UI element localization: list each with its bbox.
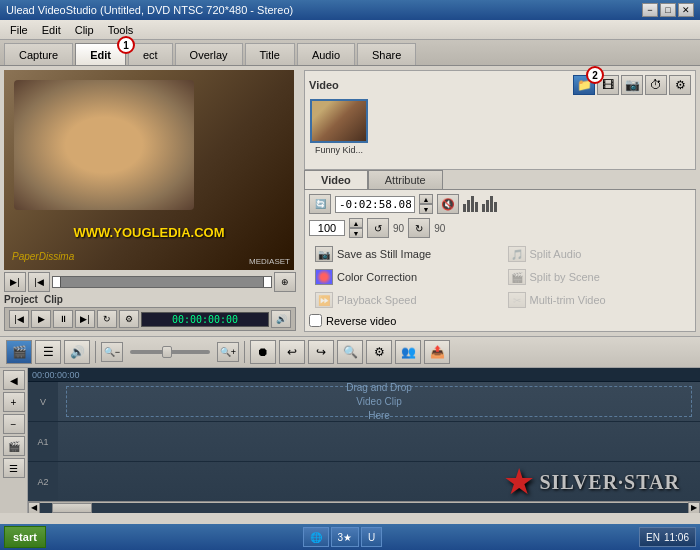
bar-seg-5 <box>482 204 485 212</box>
tool-btn-record[interactable]: ⏺ <box>250 340 276 364</box>
lib-icon-camera[interactable]: 📷 <box>621 75 643 95</box>
timeline-area: 00:00:00:00 V A1 A2 Drag and DropVideo C… <box>28 368 700 513</box>
lib-icon-settings[interactable]: ⚙ <box>669 75 691 95</box>
options-panel: Video Attribute 🔄 ▲ ▼ 🔇 <box>304 170 696 332</box>
menu-file[interactable]: File <box>4 22 34 38</box>
tool-btn-settings[interactable]: ⚙ <box>366 340 392 364</box>
side-btn-3[interactable]: − <box>3 414 25 434</box>
vol-spin-down[interactable]: ▼ <box>349 228 363 238</box>
scroll-left-btn[interactable]: ◀ <box>28 502 40 514</box>
bar-seg-3 <box>471 196 474 212</box>
pause-btn[interactable]: ⏸ <box>53 310 73 328</box>
trim-end-btn[interactable]: |◀ <box>28 272 50 292</box>
zoom-in-timeline-btn[interactable]: 🔍+ <box>217 342 239 362</box>
split-scene-btn[interactable]: 🎬 Split by Scene <box>502 267 692 287</box>
menu-edit[interactable]: Edit <box>36 22 67 38</box>
thumb-image-inner <box>312 101 366 141</box>
tab-title[interactable]: Title <box>245 43 295 65</box>
sys-tray: EN 11:06 <box>639 527 696 547</box>
clip-labels: Project Clip <box>4 292 296 307</box>
tab-edit[interactable]: Edit 1 <box>75 43 126 65</box>
options-content: 🔄 ▲ ▼ 🔇 <box>304 190 696 332</box>
trim-start-btn[interactable]: ▶| <box>4 272 26 292</box>
horizontal-scrollbar[interactable]: ◀ ▶ <box>28 501 700 513</box>
tab-capture[interactable]: Capture <box>4 43 73 65</box>
next-frame-btn[interactable]: ▶| <box>75 310 95 328</box>
system-btn[interactable]: ⚙ <box>119 310 139 328</box>
volume-btn[interactable]: 🔊 <box>271 310 291 328</box>
start-button[interactable]: start <box>4 526 46 548</box>
rotate-right-btn[interactable]: ↻ <box>408 218 430 238</box>
timecode-spinner: ▲ ▼ <box>419 194 433 214</box>
side-btn-5[interactable]: ☰ <box>3 458 25 478</box>
tab-share[interactable]: Share <box>357 43 416 65</box>
menu-clip[interactable]: Clip <box>69 22 100 38</box>
tool-btn-video[interactable]: 🎬 <box>6 340 32 364</box>
trim-bar[interactable] <box>52 276 272 288</box>
tool-btn-list[interactable]: ☰ <box>35 340 61 364</box>
tool-btn-people[interactable]: 👥 <box>395 340 421 364</box>
lib-icon-clock[interactable]: ⏱ <box>645 75 667 95</box>
color-correction-btn[interactable]: Color Correction <box>309 267 499 287</box>
vol-spin-up[interactable]: ▲ <box>349 218 363 228</box>
menu-tools[interactable]: Tools <box>102 22 140 38</box>
maximize-button[interactable]: □ <box>660 3 676 17</box>
tool-btn-audio[interactable]: 🔊 <box>64 340 90 364</box>
tab-video-options[interactable]: Video <box>304 170 368 189</box>
tab-audio[interactable]: Audio <box>297 43 355 65</box>
playback-speed-btn[interactable]: ⏩ Playback Speed <box>309 290 499 310</box>
thumb-label: Funny Kid... <box>315 145 363 155</box>
tool-btn-undo[interactable]: ↩ <box>279 340 305 364</box>
tool-btn-export[interactable]: 📤 <box>424 340 450 364</box>
scrollbar-track[interactable] <box>40 503 688 513</box>
volume-spinner: ▲ ▼ <box>349 218 363 238</box>
reverse-video-checkbox[interactable] <box>309 314 322 327</box>
close-button[interactable]: ✕ <box>678 3 694 17</box>
zoom-out-btn[interactable]: 🔍− <box>101 342 123 362</box>
taskbar-item-3star[interactable]: 3★ <box>331 527 360 547</box>
taskbar-item-u[interactable]: U <box>361 527 382 547</box>
side-btn-1[interactable]: ◀ <box>3 370 25 390</box>
taskbar-item-ie[interactable]: 🌐 <box>303 527 329 547</box>
color-correction-icon <box>315 269 333 285</box>
preview-person <box>14 80 194 210</box>
minimize-button[interactable]: − <box>642 3 658 17</box>
play-btn[interactable]: ▶ <box>31 310 51 328</box>
taskbar: start 🌐 3★ U EN 11:06 <box>0 524 700 550</box>
tool-btn-search[interactable]: 🔍 <box>337 340 363 364</box>
drop-zone[interactable]: Drag and DropVideo ClipHere <box>66 386 692 417</box>
scrollbar-thumb[interactable] <box>52 503 92 513</box>
mute-btn[interactable]: 🔇 <box>437 194 459 214</box>
lib-icon-folder[interactable]: 📁 2 <box>573 75 595 95</box>
library-icons: 📁 2 🎞 📷 ⏱ ⚙ <box>573 75 691 95</box>
save-still-btn[interactable]: 📷 Save as Still Image <box>309 244 499 264</box>
clock-time: 11:06 <box>664 532 689 543</box>
scroll-right-btn[interactable]: ▶ <box>688 502 700 514</box>
rotate-left-btn[interactable]: ↺ <box>367 218 389 238</box>
loop-btn[interactable]: ↻ <box>97 310 117 328</box>
tab-bar: Capture Edit 1 ect Overlay Title Audio S… <box>0 40 700 66</box>
thumbnail-item[interactable]: Funny Kid... <box>309 99 369 155</box>
side-btn-4[interactable]: 🎬 <box>3 436 25 456</box>
prev-frame-btn[interactable]: |◀ <box>9 310 29 328</box>
split-scene-label: Split by Scene <box>530 271 600 283</box>
multitrim-btn[interactable]: ✂ Multi-trim Video <box>502 290 692 310</box>
preview-url-text: WWW.YOUGLEDIA.COM <box>4 225 294 240</box>
timecode-input[interactable] <box>335 196 415 213</box>
zoom-in-btn[interactable]: ⊕ <box>274 272 296 292</box>
tool-btn-redo[interactable]: ↪ <box>308 340 334 364</box>
playback-controls: |◀ ▶ ⏸ ▶| ↻ ⚙ 00:00:00:00 🔊 <box>4 307 296 331</box>
tab-overlay[interactable]: Overlay <box>175 43 243 65</box>
reset-timecode-btn[interactable]: 🔄 <box>309 194 331 214</box>
bar-seg-8 <box>494 202 497 212</box>
split-audio-btn[interactable]: 🎵 Split Audio <box>502 244 692 264</box>
timeline-ruler-label: 00:00:00:00 <box>32 370 80 380</box>
tab-attribute-options[interactable]: Attribute <box>368 170 443 189</box>
library-section: Video 📁 2 🎞 📷 ⏱ ⚙ Funny K <box>304 70 696 170</box>
volume-input[interactable] <box>309 220 345 236</box>
zoom-thumb[interactable] <box>162 346 172 358</box>
spin-down[interactable]: ▼ <box>419 204 433 214</box>
spin-up[interactable]: ▲ <box>419 194 433 204</box>
side-btn-2[interactable]: + <box>3 392 25 412</box>
zoom-slider[interactable] <box>130 350 210 354</box>
